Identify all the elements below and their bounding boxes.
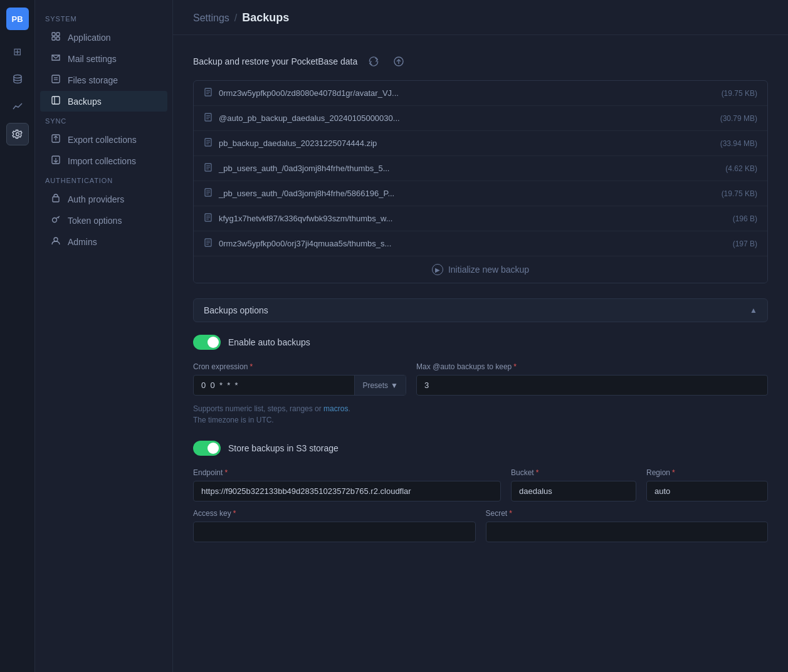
- bucket-input-wrapper: [511, 481, 636, 501]
- files-icon: [50, 75, 61, 85]
- system-section-label: System: [35, 10, 172, 26]
- file-name-4: _pb_users_auth_/0ad3jomj8h4frhe/5866196_…: [219, 189, 715, 198]
- access-key-label: Access key *: [193, 509, 476, 518]
- svg-point-0: [14, 75, 21, 78]
- nav-icon-analytics[interactable]: [6, 95, 29, 118]
- file-size-6: (197 B): [733, 239, 757, 248]
- backups-options-title: Backups options: [204, 305, 743, 315]
- s3-toggle[interactable]: [193, 441, 221, 456]
- svg-rect-3: [52, 37, 55, 40]
- file-size-1: (30.79 MB): [720, 114, 757, 123]
- init-backup-row[interactable]: ▶ Initialize new backup: [194, 256, 767, 283]
- file-item-2[interactable]: pb_backup_daedalus_20231225074444.zip (3…: [194, 131, 767, 156]
- cron-input[interactable]: [194, 375, 354, 395]
- sidebar-item-token[interactable]: Token options: [40, 210, 167, 231]
- region-required: *: [672, 468, 675, 477]
- sidebar-item-label-admins: Admins: [68, 237, 97, 247]
- file-name-0: 0rmz3w5ypfkp0o0/zd8080e4078d1gr/avatar_V…: [219, 88, 715, 98]
- access-key-input[interactable]: [194, 522, 475, 542]
- file-item-4[interactable]: _pb_users_auth_/0ad3jomj8h4frhe/5866196_…: [194, 181, 767, 206]
- s3-credentials-row: Endpoint * Bucket *: [193, 468, 768, 501]
- endpoint-input-wrapper: [193, 481, 501, 501]
- max-backups-group: Max @auto backups to keep *: [416, 362, 768, 396]
- secret-group: Secret *: [486, 509, 769, 542]
- region-label: Region *: [646, 468, 768, 477]
- auth-providers-icon: [50, 194, 61, 204]
- file-list: 0rmz3w5ypfkp0o0/zd8080e4078d1gr/avatar_V…: [193, 80, 768, 283]
- sidebar-item-mail[interactable]: Mail settings: [40, 48, 167, 69]
- max-backups-input[interactable]: [417, 375, 767, 395]
- breadcrumb-separator: /: [234, 13, 237, 24]
- secret-input[interactable]: [486, 522, 768, 542]
- file-item-3[interactable]: _pb_users_auth_/0ad3jomj8h4frhe/thumbs_5…: [194, 156, 767, 181]
- sidebar-item-label-mail: Mail settings: [68, 54, 117, 64]
- bucket-required: *: [536, 468, 539, 477]
- backups-options-header[interactable]: Backups options ▲: [193, 298, 768, 322]
- s3-label: Store backups in S3 storage: [228, 443, 339, 453]
- svg-rect-9: [52, 97, 60, 104]
- sidebar-item-files[interactable]: Files storage: [40, 70, 167, 90]
- file-size-3: (4.62 KB): [725, 164, 757, 173]
- secret-input-wrapper: [486, 522, 769, 542]
- file-item-1[interactable]: @auto_pb_backup_daedalus_20240105000030.…: [194, 106, 767, 131]
- nav-icon-settings[interactable]: [6, 123, 29, 145]
- sidebar-item-auth-providers[interactable]: Auth providers: [40, 189, 167, 209]
- cron-hint: Supports numeric list, steps, ranges or …: [193, 403, 768, 426]
- init-backup-label: Initialize new backup: [448, 265, 529, 275]
- auth-section-label: Authentication: [35, 172, 172, 188]
- hint-text-1: Supports numeric list, steps, ranges or: [193, 404, 322, 413]
- s3-toggle-row: Store backups in S3 storage: [193, 441, 768, 456]
- svg-rect-1: [52, 33, 55, 36]
- import-icon: [50, 155, 61, 166]
- endpoint-input[interactable]: [194, 481, 500, 501]
- svg-rect-2: [56, 33, 60, 36]
- file-name-2: pb_backup_daedalus_20231225074444.zip: [219, 139, 714, 148]
- application-icon: [50, 32, 61, 43]
- file-icon-2: [204, 138, 213, 149]
- file-icon-1: [204, 113, 213, 123]
- file-size-2: (33.94 MB): [720, 139, 757, 148]
- mail-icon: [50, 53, 61, 64]
- upload-button[interactable]: [390, 53, 407, 70]
- sync-section-label: Sync: [35, 112, 172, 129]
- svg-rect-4: [56, 37, 60, 40]
- sidebar-item-backups[interactable]: Backups: [40, 91, 167, 112]
- endpoint-label: Endpoint *: [193, 468, 501, 477]
- sidebar-item-import[interactable]: Import collections: [40, 150, 167, 171]
- access-key-input-wrapper: [193, 522, 476, 542]
- region-input[interactable]: [647, 481, 767, 501]
- logo[interactable]: PB: [6, 8, 29, 30]
- sidebar-item-label-auth: Auth providers: [68, 194, 124, 204]
- refresh-button[interactable]: [365, 53, 382, 70]
- macros-link[interactable]: macros: [323, 404, 348, 413]
- file-item-6[interactable]: 0rmz3w5ypfkp0o0/orj37ji4qmuaa5s/thumbs_s…: [194, 231, 767, 256]
- breadcrumb-parent[interactable]: Settings: [193, 13, 229, 24]
- sidebar-item-export[interactable]: Export collections: [40, 129, 167, 150]
- endpoint-required: *: [224, 468, 228, 477]
- cron-input-wrapper: Presets ▼: [193, 375, 406, 396]
- file-size-4: (19.75 KB): [722, 189, 757, 198]
- sidebar-item-application[interactable]: Application: [40, 27, 167, 48]
- nav-icon-grid[interactable]: ⊞: [6, 40, 29, 63]
- s3-section: Store backups in S3 storage Endpoint * B…: [193, 441, 768, 542]
- file-icon-6: [204, 238, 213, 249]
- svg-rect-15: [53, 197, 59, 202]
- bucket-input[interactable]: [512, 481, 636, 501]
- file-item-0[interactable]: 0rmz3w5ypfkp0o0/zd8080e4078d1gr/avatar_V…: [194, 81, 767, 106]
- svg-line-18: [58, 218, 60, 219]
- presets-button[interactable]: Presets ▼: [354, 375, 406, 395]
- file-icon-4: [204, 188, 213, 199]
- cron-group: Cron expression * Presets ▼: [193, 362, 406, 396]
- hint-text-2: The timezone is in UTC.: [193, 416, 274, 424]
- svg-point-19: [54, 238, 58, 241]
- nav-icon-database[interactable]: [6, 68, 29, 90]
- backups-icon: [50, 96, 61, 107]
- sidebar-item-label-export: Export collections: [68, 135, 137, 145]
- svg-rect-6: [52, 75, 60, 83]
- sidebar-item-admins[interactable]: Admins: [40, 231, 167, 252]
- file-item-5[interactable]: kfyg1x7hetvkf87/k336qvfwbk93szm/thumbs_w…: [194, 206, 767, 231]
- toggle-knob: [208, 337, 219, 348]
- s3-toggle-knob: [208, 443, 219, 454]
- admins-icon: [50, 236, 61, 247]
- auto-backups-toggle[interactable]: [193, 335, 221, 350]
